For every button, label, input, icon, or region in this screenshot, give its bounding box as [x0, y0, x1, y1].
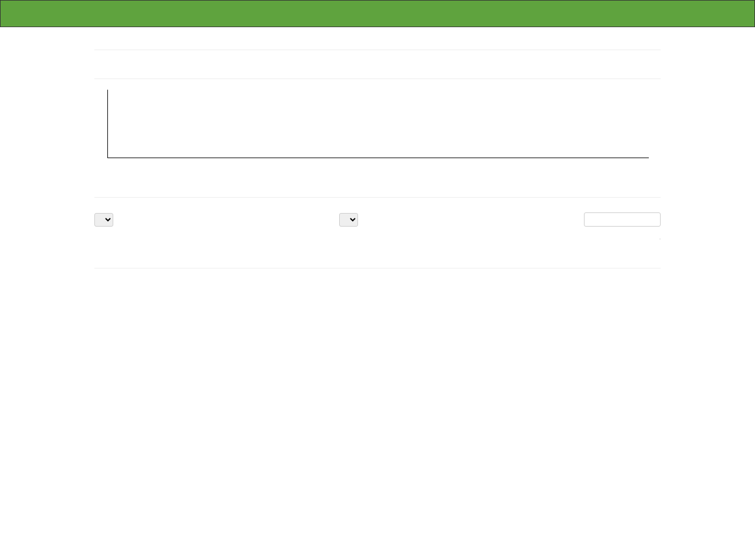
page-size-select[interactable] — [339, 213, 358, 227]
datatable-footer — [94, 238, 661, 240]
search-label — [584, 212, 661, 227]
datatable-controls — [94, 212, 661, 227]
in-operation-heading — [94, 192, 661, 198]
brand-label[interactable] — [95, 1, 113, 27]
page-title — [94, 45, 661, 50]
pagination — [659, 238, 661, 240]
histogram-heading — [94, 74, 661, 79]
usage-histogram — [94, 90, 661, 172]
state-filter-select[interactable] — [94, 213, 113, 227]
entering-maintenance-heading — [94, 263, 661, 268]
top-navbar — [0, 0, 755, 27]
state-filter-label — [94, 213, 113, 227]
page-size-label — [339, 213, 358, 227]
search-input[interactable] — [584, 212, 661, 227]
